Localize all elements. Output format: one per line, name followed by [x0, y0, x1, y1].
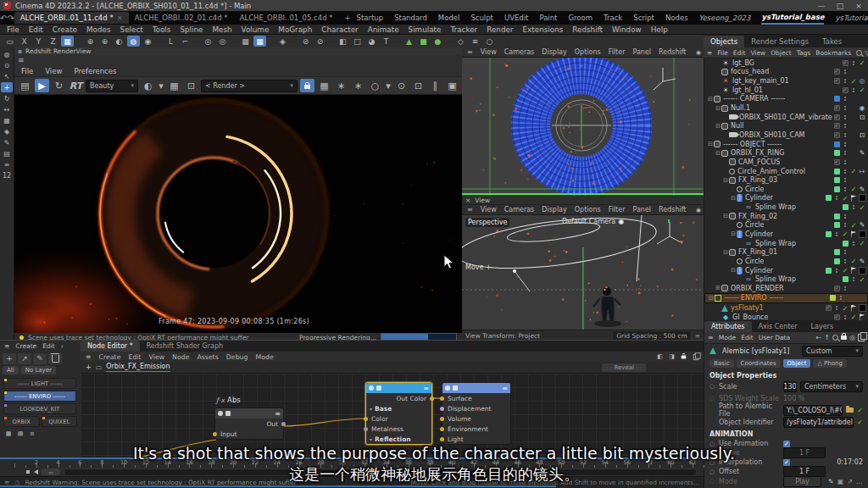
port-color[interactable]: [364, 417, 368, 421]
tab-layers[interactable]: Layers: [804, 321, 840, 332]
assign-icon[interactable]: ↗: [18, 353, 31, 364]
layout-tab-script[interactable]: Script: [633, 12, 654, 24]
object-row-fx-ring-02[interactable]: ⊟FX_Ring_02: [704, 212, 868, 221]
menu-filter[interactable]: Filter: [609, 48, 626, 56]
expand-icon[interactable]: ⊟: [715, 105, 721, 112]
lock-icon[interactable]: [679, 352, 688, 361]
enable-toggle[interactable]: [834, 114, 840, 120]
panel-handle-icon[interactable]: ≡: [695, 332, 700, 340]
visibility-dots[interactable]: [844, 79, 846, 83]
breadcrumb-material-name[interactable]: Orbix_FX_Emission: [106, 363, 170, 372]
tag-flag-icon[interactable]: [851, 230, 857, 237]
object-row-spline-wrap[interactable]: ≈Spline Wrap✓: [704, 202, 868, 212]
enable-toggle[interactable]: [843, 87, 849, 93]
object-row-ysfloaty1[interactable]: ysFloaty1✓: [704, 303, 868, 313]
layout-tab-startup[interactable]: Startup: [357, 12, 384, 24]
menu-node[interactable]: Node: [172, 353, 189, 361]
object-row-camera[interactable]: ⊟------ CAMERA ------: [704, 95, 868, 104]
keyframe-icon[interactable]: ▣: [837, 478, 844, 485]
region-dropdown-icon[interactable]: ▾: [385, 79, 392, 92]
menu-window[interactable]: Window: [612, 25, 642, 34]
expand-icon[interactable]: ⊟: [715, 150, 721, 157]
pan-icon[interactable]: ◉: [694, 48, 704, 57]
material-node[interactable]: ≡ Out ColorBaseColorMetalnessReflection: [365, 382, 432, 445]
film-track-icon[interactable]: ▭: [42, 469, 60, 475]
menu-cameras[interactable]: Cameras: [504, 48, 535, 56]
add-layer-icon[interactable]: +: [3, 353, 16, 364]
back-icon[interactable]: ←: [816, 334, 822, 341]
projection-label[interactable]: Perspective: [465, 218, 509, 227]
more-icon[interactable]: …: [856, 478, 863, 485]
expand-icon[interactable]: ⊟: [722, 249, 729, 256]
undo-icon[interactable]: ↶: [0, 14, 7, 23]
lock-render-icon[interactable]: [300, 79, 314, 92]
points-mode-icon[interactable]: ◎: [202, 36, 214, 47]
new-window-icon[interactable]: [691, 352, 700, 361]
viewport-perspective-canvas[interactable]: Perspective Default Camera◉ Move +: [462, 215, 704, 330]
camera-label[interactable]: Default Camera◉: [562, 218, 624, 225]
add-node-icon[interactable]: +: [86, 363, 92, 371]
menu-edit[interactable]: Edit: [29, 25, 43, 34]
target-icon[interactable]: ⊙: [1, 60, 13, 70]
expand-icon[interactable]: ⊞: [715, 285, 721, 291]
port-surface[interactable]: [440, 396, 444, 401]
menu-redshift[interactable]: Redshift: [659, 206, 686, 214]
region-render-icon[interactable]: ○: [368, 79, 382, 92]
aov-select[interactable]: Beauty▾: [86, 80, 138, 92]
new-window-icon[interactable]: [858, 334, 865, 341]
object-row-enviro[interactable]: ⊟------ ENVIRO ------: [704, 293, 868, 304]
document-tab[interactable]: ALCHE_ORBI..02_01.c4d *: [129, 12, 234, 24]
tab-takes[interactable]: Takes: [815, 36, 849, 47]
mode-select[interactable]: Play: [783, 476, 821, 487]
enable-toggle[interactable]: [834, 105, 840, 111]
grid-icon[interactable]: ▦: [1, 115, 13, 125]
expand-icon[interactable]: ⊟: [715, 123, 721, 130]
axis-y-toggle[interactable]: Y: [32, 36, 45, 47]
make-editable-icon[interactable]: ⊕: [84, 36, 97, 47]
object-row-fx-ring-01[interactable]: ⊟FX_Ring_01: [704, 247, 868, 257]
renderview-burger[interactable]: ≡: [14, 55, 462, 65]
layout-tab-ystutorial-base2[interactable]: ysTutorial_base2: [835, 12, 868, 24]
tab-shader-graph[interactable]: Redshift Shader Graph: [140, 341, 230, 352]
texture-swatch[interactable]: [859, 230, 866, 238]
pen-icon[interactable]: ✎: [860, 149, 865, 157]
tab-objects[interactable]: Objects: [704, 36, 744, 47]
layout-tab-uvedit[interactable]: UVEdit: [504, 12, 529, 24]
object-row-cylinder[interactable]: ⊟Cylinder✓: [704, 194, 868, 203]
pin-icon[interactable]: ◍: [1, 49, 13, 59]
layer-chip-quixel[interactable]: QUIXEL: [42, 416, 78, 427]
object-row-spline-wrap[interactable]: ≈Spline Wrap✓: [704, 239, 868, 248]
enable-toggle[interactable]: [834, 132, 840, 138]
visibility-dots[interactable]: [840, 296, 842, 300]
list-icon[interactable]: ≡: [1, 159, 13, 169]
menu-mode[interactable]: Mode: [719, 334, 736, 341]
interpolation-checkbox[interactable]: ✓: [783, 459, 790, 466]
menu-view[interactable]: View: [481, 48, 497, 56]
use-animation-checkbox[interactable]: ✓: [783, 441, 790, 447]
current-state-icon[interactable]: ⊕: [98, 36, 111, 47]
enable-toggle[interactable]: [834, 150, 840, 156]
enable-toggle[interactable]: [843, 276, 849, 282]
visibility-dots[interactable]: [844, 133, 846, 137]
port-metalness[interactable]: [364, 427, 368, 431]
menu-simulate[interactable]: Simulate: [409, 25, 442, 34]
texture-mode-icon[interactable]: ◍: [127, 36, 140, 47]
tag-flag-icon[interactable]: [851, 267, 857, 274]
port-out[interactable]: [281, 422, 286, 426]
field-12-icon[interactable]: 12: [1, 170, 13, 180]
folder-icon[interactable]: [846, 408, 854, 413]
crop-icon[interactable]: ⊡: [184, 79, 198, 92]
object-identifier-input[interactable]: /ysFloaty1/attribdelete1: [783, 417, 854, 428]
menu-assets[interactable]: Assets: [197, 353, 218, 361]
layer-chip-lookdev-kit[interactable]: LOOKDEV_KIT: [3, 403, 76, 414]
visibility-dots[interactable]: [853, 88, 854, 92]
move-tool-icon[interactable]: +: [1, 82, 13, 92]
lock-icon[interactable]: [841, 336, 847, 340]
enable-toggle[interactable]: [826, 268, 832, 274]
select-arrow-icon[interactable]: ↖: [1, 71, 13, 81]
visibility-dots[interactable]: [844, 151, 846, 155]
render-slot-select[interactable]: < Render >▾: [201, 80, 298, 92]
burger-icon[interactable]: ≡: [708, 334, 714, 341]
menu-spline[interactable]: Spline: [180, 25, 203, 34]
snap-grid-icon[interactable]: ■: [417, 36, 430, 47]
